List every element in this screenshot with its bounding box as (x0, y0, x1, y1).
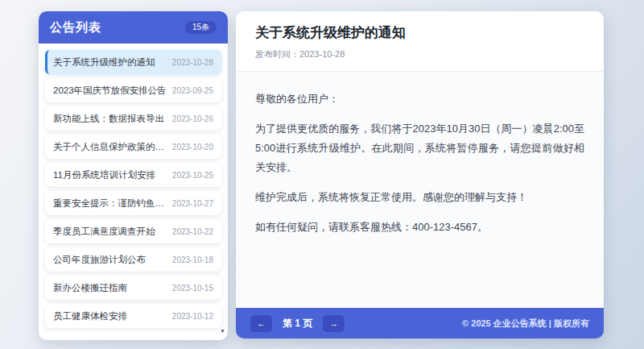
list-item[interactable]: 关于个人信息保护政策的更新 2023-10-20 (45, 135, 221, 159)
copyright-text: © 2025 企业公告系统 | 版权所有 (462, 318, 589, 330)
announcement-date: 2023-10-12 (172, 312, 213, 321)
page-indicator: 第 1 页 (283, 317, 312, 330)
announcement-title: 重要安全提示：谨防钓鱼邮件 (53, 197, 167, 210)
announcement-date: 2023-10-18 (172, 256, 213, 264)
list-item[interactable]: 重要安全提示：谨防钓鱼邮件 2023-10-27 (45, 191, 221, 215)
announcement-date: 2023-10-22 (172, 227, 213, 236)
content-paragraph: 尊敬的各位用户： (255, 89, 584, 109)
sidebar-title: 公告列表 (50, 20, 101, 35)
list-item[interactable]: 新功能上线：数据报表导出 2023-10-26 (45, 106, 221, 131)
page-title: 关于系统升级维护的通知 (255, 23, 584, 42)
list-item[interactable]: 关于系统升级维护的通知 2023-10-28 (45, 50, 221, 74)
announcement-title: 2023年国庆节放假安排公告 (53, 85, 167, 97)
list-item[interactable]: 新办公楼搬迁指南 2023-10-15 (45, 276, 221, 300)
content-paragraph: 为了提供更优质的服务，我们将于2023年10月30日（周一）凌晨2:00至5:0… (255, 119, 584, 177)
announcement-title: 11月份系统培训计划安排 (53, 169, 155, 181)
announcement-date: 2023-10-15 (172, 284, 213, 293)
sidebar-header: 公告列表 15条 (39, 11, 228, 44)
scrollbar-down-icon[interactable]: ▼ (220, 328, 225, 334)
announcement-detail-panel: 关于系统升级维护的通知 发布时间：2023-10-28 尊敬的各位用户： 为了提… (236, 11, 604, 339)
list-item[interactable]: 员工健康体检安排 2023-10-12 (45, 304, 221, 328)
content-paragraph: 如有任何疑问，请联系客服热线：400-123-4567。 (255, 218, 584, 237)
announcement-sidebar: 公告列表 15条 关于系统升级维护的通知 2023-10-28 2023年国庆节… (39, 11, 228, 340)
announcement-title: 员工健康体检安排 (53, 310, 127, 322)
announcement-title: 关于系统升级维护的通知 (53, 56, 155, 69)
prev-page-button[interactable]: ← (250, 315, 272, 332)
list-item[interactable]: 2023年国庆节放假安排公告 2023-09-25 (45, 78, 221, 102)
announcement-title: 新功能上线：数据报表导出 (53, 113, 164, 125)
announcement-title: 新办公楼搬迁指南 (53, 282, 127, 294)
announcement-date: 2023-10-28 (172, 58, 213, 67)
announcement-list: 关于系统升级维护的通知 2023-10-28 2023年国庆节放假安排公告 20… (39, 44, 228, 340)
content-paragraph: 维护完成后，系统将恢复正常使用。感谢您的理解与支持！ (255, 188, 584, 207)
announcement-title: 季度员工满意度调查开始 (53, 226, 155, 238)
list-item[interactable]: 11月份系统培训计划安排 2023-10-25 (45, 163, 221, 187)
announcement-date: 2023-10-27 (172, 199, 213, 208)
detail-header: 关于系统升级维护的通知 发布时间：2023-10-28 (236, 11, 604, 72)
announcement-date: 2023-10-25 (172, 171, 213, 180)
announcement-content: 尊敬的各位用户： 为了提供更优质的服务，我们将于2023年10月30日（周一）凌… (236, 72, 604, 308)
list-item[interactable]: 季度员工满意度调查开始 2023-10-22 (45, 219, 221, 243)
announcement-date: 2023-10-26 (172, 114, 213, 123)
announcement-date: 2023-09-25 (172, 86, 213, 95)
next-page-button[interactable]: → (323, 315, 345, 332)
announcement-title: 关于个人信息保护政策的更新 (53, 141, 167, 153)
footer-bar: ← 第 1 页 → © 2025 企业公告系统 | 版权所有 (236, 308, 604, 339)
publish-date: 发布时间：2023-10-28 (255, 48, 584, 60)
announcement-title: 公司年度旅游计划公布 (53, 254, 146, 266)
announcement-count-badge: 15条 (185, 21, 217, 34)
list-item[interactable]: 公司年度旅游计划公布 2023-10-18 (45, 247, 221, 272)
page-background: 公告列表 15条 关于系统升级维护的通知 2023-10-28 2023年国庆节… (0, 0, 644, 349)
announcement-date: 2023-10-20 (172, 143, 213, 152)
pagination: ← 第 1 页 → (250, 315, 345, 332)
